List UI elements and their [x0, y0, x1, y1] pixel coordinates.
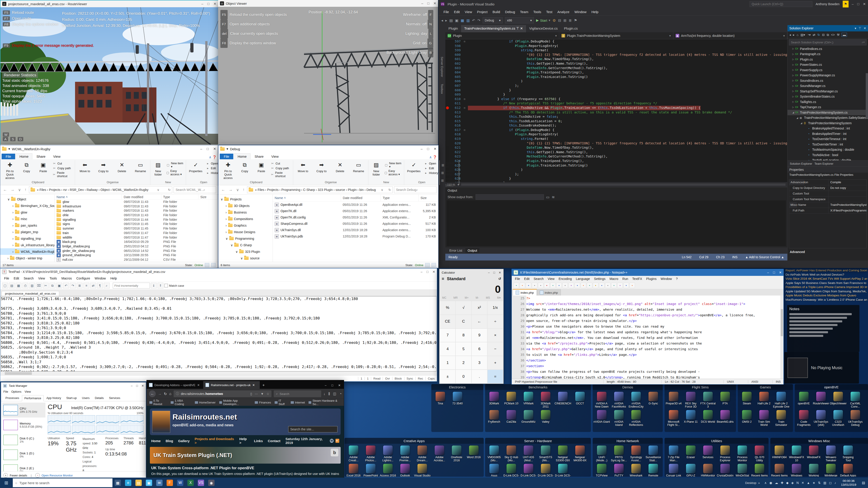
expand-icon[interactable]: › — [225, 230, 227, 234]
expand-icon[interactable]: ∨ — [221, 197, 223, 201]
column-header-size[interactable]: Size — [418, 195, 438, 201]
group-title[interactable]: Utilities — [664, 438, 769, 444]
address-bar[interactable]: « Files › Projects › Programming › C-Sha… — [247, 186, 393, 193]
file-row[interactable]: glow09/07/2018 11:43File folder — [55, 199, 218, 204]
tree-folder[interactable]: › Graphics — [218, 222, 273, 229]
toolbar-icon-6[interactable]: ✂ — [43, 283, 49, 289]
desktop-shortcut[interactable]: Process Monitor — [734, 445, 751, 463]
menu-encoding[interactable]: Encoding — [557, 276, 574, 281]
breakpoint-margin[interactable] — [445, 92, 450, 97]
desktop-shortcut[interactable]: UkTrainSys (x64) — [812, 409, 830, 427]
expand-icon[interactable]: › — [12, 217, 13, 221]
details-view-icon[interactable] — [425, 263, 430, 267]
tray-icon-10[interactable]: ⇅ — [818, 481, 821, 485]
help-chevron[interactable]: ∧ ❓ — [209, 155, 217, 159]
button-delete[interactable]: ✕Delete — [332, 160, 348, 173]
menu-edit[interactable]: Edit — [452, 9, 462, 15]
tree-item[interactable]: ▪BrakesAppliedTimeout : int — [787, 126, 868, 131]
tree-item[interactable]: ▷C#Plugin.cs — [787, 57, 868, 62]
file-row[interactable]: summer09/07/2018 11:45File folder — [55, 226, 218, 231]
preview-icon[interactable]: ▬ — [842, 33, 847, 37]
desktop-shortcut[interactable]: Tina — [432, 391, 449, 406]
toolbar-icon-12[interactable]: ≡ — [84, 283, 89, 289]
code-line[interactable]: 625 Plugin.TrainLocation.ToString() — [445, 163, 787, 168]
desktop-shortcut[interactable]: Prepar3D v4 — [665, 391, 682, 409]
toolbar-icon-14[interactable]: ▪ — [599, 283, 604, 288]
rss-headline[interactable]: Possibilities of a Triple-Lens iPhone Ca… — [785, 285, 867, 289]
menu-build[interactable]: Build — [490, 9, 502, 15]
desktop-shortcut[interactable]: Adobe Acroba... — [431, 445, 448, 463]
folder-tree[interactable]: ∨ Projects› 3D Objects› Business› Compos… — [218, 195, 273, 262]
expand-icon[interactable]: ▷ — [792, 58, 795, 61]
group-title[interactable]: Windows Misc — [770, 438, 868, 444]
desktop-shortcut[interactable]: Process Explorer — [717, 445, 734, 463]
find-down-icon[interactable]: ⇓ — [151, 283, 157, 289]
desktop-shortcut[interactable]: DCS World — [700, 409, 717, 427]
button-paste[interactable]: ▣Paste — [254, 160, 269, 173]
solution-explorer-header[interactable]: Solution Explorer ▾⊤✕ — [787, 25, 868, 31]
tray-icon-6[interactable]: N — [796, 481, 799, 485]
expand-icon[interactable]: ▷ — [792, 101, 795, 103]
code-line[interactable]: 612⊟if (this.TssOdActive && Plugin.Train… — [445, 106, 787, 110]
desktop-shortcut[interactable]: Winaero Tweaker — [822, 445, 839, 463]
key-[interactable]: √ — [456, 301, 471, 315]
bookmark-item[interactable]: IT Stuff — [275, 399, 287, 406]
code-line[interactable]: 610⊟} else if (frequency == 65750) { — [445, 97, 787, 101]
forward-icon[interactable]: → — [228, 188, 234, 192]
menu-window[interactable]: Window — [92, 276, 108, 281]
explorer2-titlebar[interactable]: ▾Debug–□✕ — [218, 145, 438, 153]
desktop-shortcut[interactable]: Windows Update — [788, 463, 805, 477]
refresh-icon[interactable]: ↻ — [817, 33, 820, 37]
tree-folder[interactable]: ∨ 323 Plugin — [218, 248, 273, 255]
desktop-shortcut[interactable]: nVIDIA FaceWorks — [610, 391, 627, 409]
desktop-shortcut[interactable]: HWiNFO64 — [771, 445, 788, 463]
menu-file[interactable]: File — [2, 276, 11, 281]
rss-icon[interactable]: ᯤ — [336, 439, 339, 443]
breadcrumb-segment[interactable]: C#Plugin▾ — [445, 32, 559, 39]
desktop-shortcut[interactable]: Netgear M4300-8X — [571, 445, 589, 463]
expand-icon[interactable]: › — [12, 224, 13, 227]
refresh-icon[interactable]: ↻ — [168, 188, 170, 192]
new-file-icon[interactable]: ▤ — [450, 18, 453, 23]
button-open[interactable]: ▸Open — [424, 162, 438, 165]
code-line[interactable]: 619 string.Format( — [445, 137, 787, 141]
tray-icon-2[interactable]: ☁ — [775, 481, 778, 485]
sidebar-icon[interactable]: ◫ — [333, 392, 336, 396]
code-line[interactable]: 606 ) — [445, 79, 787, 84]
button-select-all[interactable]: ▦Select all — [441, 162, 458, 168]
menu-analyze[interactable]: Analyze — [555, 9, 572, 15]
tree-item[interactable]: ▪TssNdActive : bool — [787, 152, 868, 158]
address-bar[interactable]: « Files › Projects › rsr › RSR_Dev › Rai… — [29, 186, 172, 193]
memory-mc[interactable]: MC — [442, 296, 446, 299]
property-group[interactable]: Misc — [789, 202, 797, 208]
key-[interactable]: = — [488, 370, 503, 383]
close-icon[interactable]: ✕ — [863, 2, 866, 6]
file-row[interactable]: signs09/07/2018 11:45File folder — [55, 222, 218, 226]
textpad-titlebar[interactable]: T TextPad - X:\Files\Projects\rsr\RSR_De… — [0, 268, 437, 275]
fold-icon[interactable]: ⊟ — [464, 97, 468, 101]
close-icon[interactable]: ✕ — [432, 270, 435, 273]
rss-headline[interactable]: MacRumors Giveaway: Win a 'Limitless 2.0… — [785, 298, 867, 302]
desktop-shortcut[interactable]: Adobe Creati... — [345, 445, 362, 463]
desktop-shortcut[interactable]: Train Simulator — [773, 409, 790, 427]
desktop-shortcut[interactable]: PCMark 10 — [503, 391, 520, 409]
group-title[interactable]: Home Network — [593, 438, 663, 444]
file-row[interactable]: wildlife09/07/2018 11:47File folder — [55, 235, 218, 240]
new-tab-button[interactable]: + — [260, 383, 268, 387]
toolbar-icon-5[interactable]: ⌧ — [36, 283, 42, 289]
expand-icon[interactable]: › — [12, 230, 13, 234]
breakpoint-margin[interactable] — [445, 101, 450, 106]
nav-link[interactable]: Blog — [166, 439, 173, 443]
attach-icon[interactable]: ⚙ — [553, 18, 556, 23]
taskbar-icon-word[interactable]: W — [175, 478, 185, 488]
tree-folder[interactable]: ∨ C-Sharp — [218, 242, 273, 248]
objectviewer-titlebar[interactable]: ◎ Object Viewer –□✕ — [218, 0, 438, 7]
desktop-shortcut[interactable]: Default Apps — [839, 463, 857, 477]
home-icon[interactable]: ⌂ — [797, 33, 798, 37]
tab-users[interactable]: Users — [79, 395, 92, 401]
nav-link[interactable]: Projects and Downloads > — [195, 437, 235, 445]
group-title[interactable]: Electronics — [431, 384, 483, 390]
property-row[interactable]: Custom Tool — [789, 191, 866, 197]
action-center-icon[interactable]: ▤ — [859, 478, 868, 488]
desktop-shortcut[interactable]: UHT-IG5 (Mod... — [520, 445, 537, 463]
